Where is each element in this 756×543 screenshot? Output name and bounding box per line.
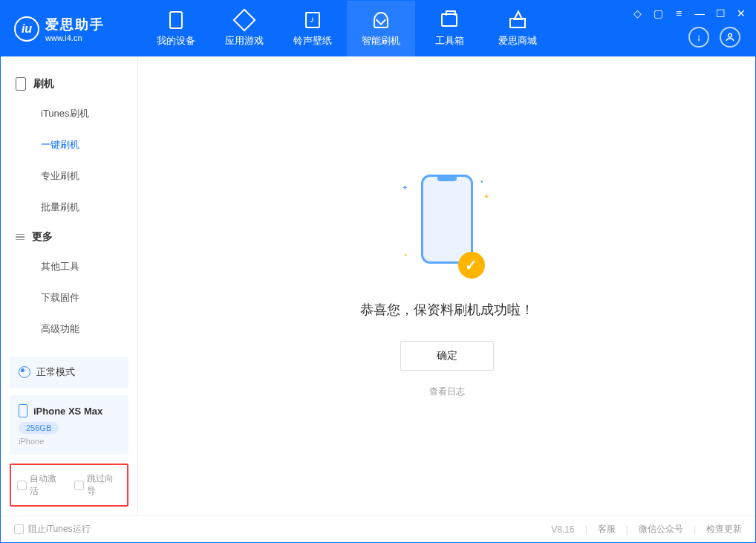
maximize-button[interactable]: ☐ xyxy=(714,7,727,20)
separator: | xyxy=(694,524,696,535)
checkbox-label: 跳过向导 xyxy=(87,472,121,498)
checkbox-icon xyxy=(74,481,84,490)
mode-label: 正常模式 xyxy=(36,365,75,379)
section-label: 刷机 xyxy=(33,77,54,91)
checkbox-stop-itunes[interactable]: 阻止iTunes运行 xyxy=(14,523,91,536)
download-icon[interactable]: ↓ xyxy=(688,27,709,48)
skin-icon[interactable]: ◇ xyxy=(630,7,644,20)
sidebar-item-oneclick-flash[interactable]: 一键刷机 xyxy=(1,129,137,160)
mode-icon xyxy=(19,366,30,378)
device-mode-card[interactable]: 正常模式 xyxy=(10,357,128,388)
checkbox-label: 阻止iTunes运行 xyxy=(28,523,91,536)
nav-label: 智能刷机 xyxy=(362,34,400,48)
app-url: www.i4.cn xyxy=(45,33,105,42)
minimize-button[interactable]: — xyxy=(693,7,706,20)
nav-tab-flash[interactable]: 智能刷机 xyxy=(347,1,415,56)
sidebar-item-download-firmware[interactable]: 下载固件 xyxy=(1,282,137,313)
separator: | xyxy=(626,524,628,535)
sparkle-icon: ✦ xyxy=(402,183,408,192)
svg-point-0 xyxy=(729,33,732,37)
success-message: 恭喜您，保资料刷机成功啦！ xyxy=(360,301,534,319)
view-log-link[interactable]: 查看日志 xyxy=(429,386,465,398)
close-button[interactable]: ✕ xyxy=(734,7,748,20)
check-badge-icon: ✓ xyxy=(458,252,485,279)
device-name-row: iPhone XS Max xyxy=(19,404,120,417)
device-icon xyxy=(166,10,186,30)
sidebar-item-advanced[interactable]: 高级功能 xyxy=(1,313,137,345)
sidebar-item-pro-flash[interactable]: 专业刷机 xyxy=(1,160,137,192)
checkbox-icon xyxy=(17,481,27,490)
logo-text: 爱思助手 www.i4.cn xyxy=(45,16,105,42)
nav-tab-ringtones[interactable]: 铃声壁纸 xyxy=(278,1,347,56)
device-type: iPhone xyxy=(19,437,120,446)
sidebar-item-other-tools[interactable]: 其他工具 xyxy=(1,251,137,282)
sparkle-icon: • xyxy=(405,251,408,259)
sidebar-section-flash: 刷机 xyxy=(1,70,137,98)
main-content: ✦ ✦ • • ✓ 恭喜您，保资料刷机成功啦！ 确定 查看日志 xyxy=(138,56,755,516)
wechat-link[interactable]: 微信公众号 xyxy=(639,523,683,536)
logo-icon: iu xyxy=(14,16,39,42)
store-icon xyxy=(508,10,527,30)
checkbox-skip-guide[interactable]: 跳过向导 xyxy=(74,472,121,498)
shield-icon xyxy=(371,10,391,30)
nav-label: 爱思商城 xyxy=(498,34,537,48)
nav-tabs: 我的设备 应用游戏 铃声壁纸 智能刷机 工具箱 爱思商城 xyxy=(142,1,552,56)
feedback-icon[interactable]: ▢ xyxy=(651,7,665,20)
checkbox-icon xyxy=(14,524,24,534)
sparkle-icon: ✦ xyxy=(483,192,489,201)
separator: | xyxy=(585,524,587,535)
window-controls: ◇ ▢ ≡ — ☐ ✕ xyxy=(630,7,748,20)
highlighted-checkbox-row: 自动激活 跳过向导 xyxy=(10,464,128,507)
footer: 阻止iTunes运行 V8.16 | 客服 | 微信公众号 | 检查更新 xyxy=(1,516,755,542)
music-icon xyxy=(303,10,322,30)
device-name: iPhone XS Max xyxy=(33,406,102,417)
device-capacity: 256GB xyxy=(19,422,59,434)
menu-icon[interactable]: ≡ xyxy=(672,7,685,20)
header-actions: ↓ xyxy=(688,27,740,48)
sparkle-icon: • xyxy=(480,178,483,186)
footer-right: V8.16 | 客服 | 微信公众号 | 检查更新 xyxy=(551,523,742,536)
checkbox-label: 自动激活 xyxy=(30,472,64,498)
list-icon xyxy=(16,234,25,241)
sidebar: 刷机 iTunes刷机 一键刷机 专业刷机 批量刷机 更多 其他工具 下载固件 … xyxy=(1,56,138,516)
app-title: 爱思助手 xyxy=(45,16,105,33)
nav-tab-toolbox[interactable]: 工具箱 xyxy=(415,1,483,56)
logo-section: iu 爱思助手 www.i4.cn xyxy=(1,16,142,42)
nav-label: 铃声壁纸 xyxy=(293,34,332,48)
nav-label: 我的设备 xyxy=(157,34,195,48)
section-label: 更多 xyxy=(32,230,53,244)
nav-tab-mydevice[interactable]: 我的设备 xyxy=(142,1,210,56)
phone-icon xyxy=(16,77,26,91)
checkbox-auto-activate[interactable]: 自动激活 xyxy=(17,472,64,498)
customer-service-link[interactable]: 客服 xyxy=(598,523,616,536)
nav-tab-store[interactable]: 爱思商城 xyxy=(483,1,552,56)
device-card[interactable]: iPhone XS Max 256GB iPhone xyxy=(10,395,128,455)
user-icon[interactable] xyxy=(720,27,740,48)
cube-icon xyxy=(235,10,254,30)
nav-tab-apps[interactable]: 应用游戏 xyxy=(210,1,278,56)
app-body: 刷机 iTunes刷机 一键刷机 专业刷机 批量刷机 更多 其他工具 下载固件 … xyxy=(1,56,755,516)
sidebar-section-more: 更多 xyxy=(1,223,137,251)
phone-icon xyxy=(19,404,27,417)
version-label: V8.16 xyxy=(551,524,574,535)
nav-label: 应用游戏 xyxy=(225,34,264,48)
toolbox-icon xyxy=(440,10,459,30)
check-update-link[interactable]: 检查更新 xyxy=(706,523,742,536)
sidebar-item-itunes-flash[interactable]: iTunes刷机 xyxy=(1,98,137,129)
sidebar-item-batch-flash[interactable]: 批量刷机 xyxy=(1,192,137,223)
phone-frame-icon xyxy=(421,175,473,264)
success-illustration: ✦ ✦ • • ✓ xyxy=(406,175,488,279)
ok-button[interactable]: 确定 xyxy=(400,341,494,371)
nav-label: 工具箱 xyxy=(435,34,464,48)
app-header: iu 爱思助手 www.i4.cn 我的设备 应用游戏 铃声壁纸 智能刷机 工具… xyxy=(1,1,755,56)
